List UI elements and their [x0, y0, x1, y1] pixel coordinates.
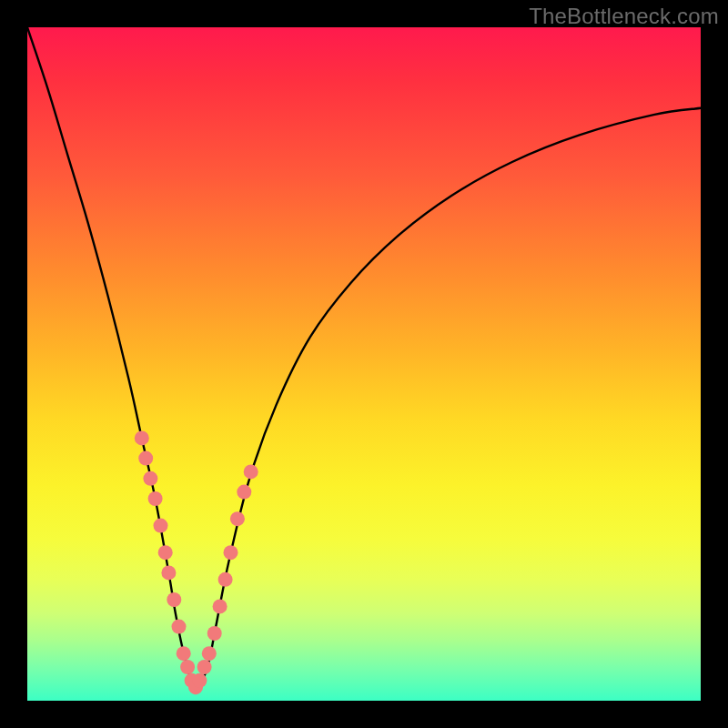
marker-dot: [158, 545, 173, 560]
marker-dot: [237, 485, 251, 500]
bottleneck-curve: [27, 27, 701, 687]
marker-dot: [244, 464, 258, 479]
chart-overlay-svg: [27, 27, 701, 701]
marker-dot: [192, 673, 207, 688]
marker-dot: [135, 430, 149, 445]
marker-dot: [148, 491, 163, 506]
marker-dot: [143, 471, 157, 486]
marker-dots: [135, 430, 258, 694]
marker-dot: [161, 565, 176, 580]
chart-frame: TheBottleneck.com: [0, 0, 728, 728]
curve-path: [27, 27, 701, 687]
marker-dot: [154, 519, 168, 533]
marker-dot: [202, 646, 217, 661]
marker-dot: [197, 660, 212, 674]
marker-dot: [167, 592, 181, 607]
marker-dot: [218, 572, 233, 587]
marker-dot: [180, 660, 195, 674]
marker-dot: [224, 545, 238, 560]
plot-area: [27, 27, 701, 701]
marker-dot: [138, 451, 153, 466]
watermark-text: TheBottleneck.com: [529, 4, 719, 29]
marker-dot: [213, 599, 228, 613]
marker-dot: [177, 646, 191, 661]
marker-dot: [230, 511, 245, 526]
marker-dot: [207, 626, 222, 641]
marker-dot: [172, 620, 187, 634]
